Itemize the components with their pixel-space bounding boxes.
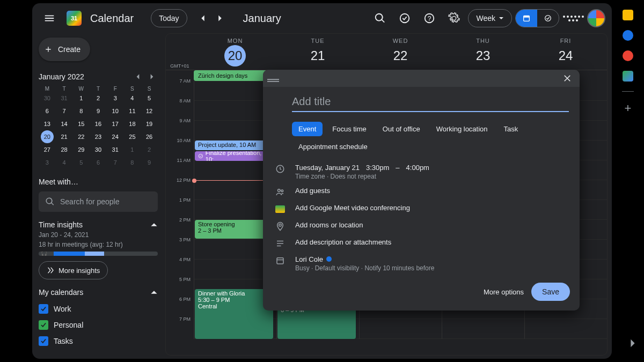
mini-day[interactable]: 8 (126, 156, 138, 169)
mini-day[interactable]: 3 (41, 156, 54, 169)
calendar-item[interactable]: Work (39, 301, 158, 317)
mini-day[interactable]: 24 (109, 130, 122, 143)
mini-day[interactable]: 6 (92, 156, 105, 169)
mini-day[interactable]: 23 (92, 130, 105, 143)
mini-day[interactable]: 9 (143, 156, 156, 169)
mini-day[interactable]: 15 (75, 117, 87, 130)
event-type-tab[interactable]: Focus time (326, 122, 373, 136)
timezone-repeat-label[interactable]: Time zone · Does not repeat (295, 173, 569, 180)
day-header[interactable]: THU23 (442, 34, 524, 70)
calendar-item[interactable]: Personal (39, 317, 158, 333)
mini-day[interactable]: 11 (126, 105, 138, 117)
mini-day[interactable]: 13 (41, 117, 54, 130)
tasks-done-icon[interactable] (394, 8, 415, 29)
allday-event[interactable]: Zürich design days (194, 70, 273, 81)
more-options-button[interactable]: More options (484, 288, 524, 296)
save-button[interactable]: Save (531, 283, 570, 301)
event-type-tab[interactable]: Out of office (376, 122, 427, 136)
time-insights-header[interactable]: Time insights (39, 220, 158, 229)
mini-day[interactable]: 21 (58, 130, 71, 143)
mini-day[interactable]: 30 (41, 92, 54, 105)
account-avatar[interactable] (587, 9, 605, 27)
mini-day[interactable]: 10 (109, 105, 122, 117)
add-location-button[interactable]: Add rooms or location (295, 221, 569, 229)
day-header[interactable]: MON20 (194, 34, 276, 70)
mini-day[interactable]: 17 (109, 117, 122, 130)
mini-day[interactable]: 19 (143, 117, 156, 130)
mini-day[interactable]: 25 (126, 130, 138, 143)
main-menu-icon[interactable] (39, 8, 60, 29)
day-header[interactable]: TUE21 (276, 34, 359, 70)
event-time[interactable]: Tuesday, January 213:30pm–4:00pm (295, 164, 569, 172)
mini-day[interactable]: 7 (109, 156, 122, 169)
mini-day[interactable]: 5 (75, 156, 87, 169)
calendar-event[interactable]: Store opening2 – 3 PM (195, 220, 273, 239)
mini-day[interactable]: 5 (143, 92, 156, 105)
event-title-input[interactable]: Add title (292, 95, 569, 112)
search-icon[interactable] (369, 8, 391, 29)
search-people-input[interactable]: Search for people (39, 191, 158, 212)
calendar-event[interactable]: Finalize presentation, 10: (195, 151, 273, 161)
hide-sidepanel-icon[interactable] (628, 338, 638, 350)
mini-prev-month[interactable] (132, 71, 144, 83)
google-apps-icon[interactable] (562, 16, 584, 21)
mini-day[interactable]: 29 (75, 143, 87, 156)
mini-day[interactable]: 8 (75, 105, 87, 117)
add-description-button[interactable]: Add description or attachments (295, 238, 569, 246)
next-period-button[interactable] (212, 10, 228, 26)
mini-day[interactable]: 4 (126, 92, 138, 105)
mini-day[interactable]: 27 (41, 143, 54, 156)
mini-day[interactable]: 7 (58, 105, 71, 117)
calendar-item[interactable]: Tasks (39, 333, 158, 349)
mini-day[interactable]: 16 (92, 117, 105, 130)
day-header[interactable]: WED22 (359, 34, 442, 70)
mini-day[interactable]: 31 (109, 143, 122, 156)
add-calendar-icon[interactable] (136, 358, 145, 359)
support-icon[interactable]: ? (419, 8, 440, 29)
mini-day[interactable]: 14 (58, 117, 71, 130)
prev-period-button[interactable] (195, 10, 211, 26)
mini-day[interactable]: 12 (143, 105, 156, 117)
add-meet-button[interactable]: Add Google Meet video conferencing (295, 204, 569, 212)
day-header[interactable]: FRI24 (524, 34, 607, 70)
mini-day[interactable]: 1 (75, 92, 87, 105)
more-insights-button[interactable]: More insights (39, 261, 108, 279)
create-button[interactable]: Create (39, 38, 90, 61)
event-type-tab[interactable]: Event (292, 122, 323, 136)
event-type-tab[interactable]: Task (497, 122, 525, 136)
mini-day[interactable]: 30 (92, 143, 105, 156)
event-type-tab[interactable]: Working location (430, 122, 494, 136)
view-switcher[interactable]: Week (468, 9, 512, 27)
mini-day[interactable]: 1 (126, 143, 138, 156)
drag-handle-icon[interactable] (267, 76, 279, 81)
event-owner[interactable]: Lori Cole (295, 255, 569, 263)
mini-day[interactable]: 3 (109, 92, 122, 105)
calendar-event[interactable]: Dinner with Gloria5:30 – 9 PMCentral (195, 289, 273, 339)
mini-day[interactable]: 20 (41, 130, 54, 143)
other-calendars-header[interactable]: Other calendars (39, 358, 158, 359)
maps-icon[interactable] (623, 71, 633, 82)
tasks-mode-button[interactable] (537, 10, 559, 27)
mini-day[interactable]: 22 (75, 130, 87, 143)
calendar-event[interactable]: Project update, 10 AM (195, 141, 273, 150)
event-type-tab[interactable]: Appointment schedule (292, 139, 374, 154)
mini-day[interactable]: 18 (126, 117, 138, 130)
today-button[interactable]: Today (151, 9, 187, 27)
mini-day[interactable]: 26 (143, 130, 156, 143)
mini-day[interactable]: 28 (58, 143, 71, 156)
close-icon[interactable] (559, 70, 575, 86)
mini-day[interactable]: 2 (143, 143, 156, 156)
calendar-mode-button[interactable] (516, 10, 537, 27)
my-calendars-header[interactable]: My calendars (39, 288, 158, 297)
addons-plus-icon[interactable]: + (625, 101, 632, 115)
mini-next-month[interactable] (146, 71, 158, 83)
tasks-icon[interactable] (623, 30, 633, 41)
mini-day[interactable]: 2 (92, 92, 105, 105)
mini-day[interactable]: 6 (41, 105, 54, 117)
mini-day[interactable]: 4 (58, 156, 71, 169)
contacts-icon[interactable] (623, 50, 633, 61)
mini-day[interactable]: 31 (58, 92, 71, 105)
settings-icon[interactable] (443, 8, 465, 29)
mini-day[interactable]: 9 (92, 105, 105, 117)
add-guests-button[interactable]: Add guests (295, 187, 569, 195)
